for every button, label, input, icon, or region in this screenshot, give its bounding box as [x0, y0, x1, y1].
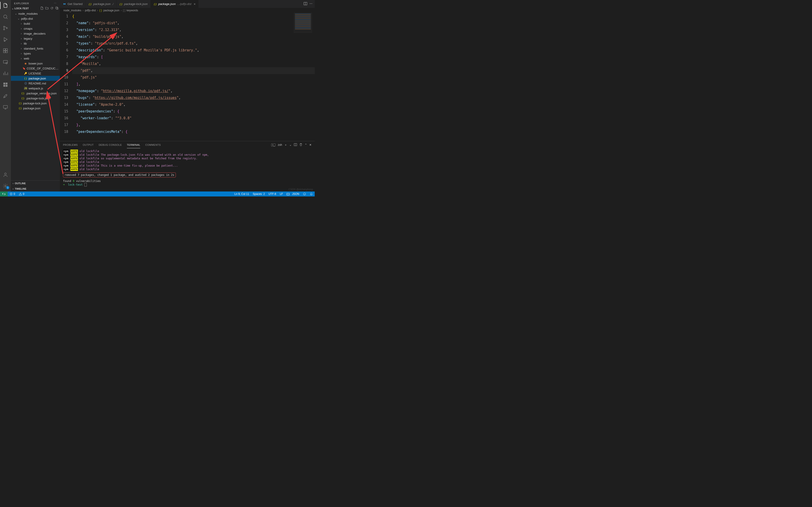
- outline-section[interactable]: ›OUTLINE: [11, 181, 60, 186]
- file-item[interactable]: { }.package_versions.json: [11, 91, 60, 96]
- terminal-shell-icon[interactable]: >_: [271, 144, 275, 147]
- panel-tab-problems[interactable]: PROBLEMS: [63, 142, 78, 148]
- activity-extensions-icon[interactable]: [0, 47, 11, 54]
- status-language[interactable]: { } JSON: [285, 192, 301, 195]
- new-folder-icon[interactable]: [45, 7, 48, 10]
- explorer-sidebar: EXPLORER ⋯ ⌄ LOCK-TEST ⌄node_modules⌄pdf…: [11, 0, 60, 191]
- file-item[interactable]: { }.package-lock.json: [11, 96, 60, 101]
- file-item[interactable]: 🔖CODE_OF_CONDUC…: [11, 66, 60, 71]
- folder-item[interactable]: ›web: [11, 56, 60, 61]
- panel-tab-output[interactable]: OUTPUT: [83, 142, 94, 148]
- tab-close-icon[interactable]: ×: [194, 2, 196, 6]
- bottom-panel: PROBLEMS OUTPUT DEBUG CONSOLE TERMINAL C…: [60, 141, 315, 191]
- editor-tabs: ⧓Get Started{ }package.json ./{ }package…: [60, 0, 315, 8]
- file-item[interactable]: ⓘREADME.md: [11, 81, 60, 86]
- terminal-output[interactable]: npm WARN old lockfilenpm WARN old lockfi…: [60, 149, 315, 191]
- status-bar: 0 0 Ln 9, Col 11 Spaces: 2 UTF-8 LF { } …: [0, 191, 315, 196]
- remote-indicator[interactable]: [0, 191, 8, 196]
- terminal-up-icon[interactable]: ⌃: [305, 143, 307, 147]
- file-item[interactable]: ◉bower.json: [11, 61, 60, 66]
- activity-settings-icon[interactable]: 1: [0, 182, 11, 190]
- project-header[interactable]: ⌄ LOCK-TEST: [11, 6, 60, 11]
- panel-tab-comments[interactable]: COMMENTS: [145, 142, 161, 148]
- minimap[interactable]: [294, 13, 312, 33]
- folder-item[interactable]: ›build: [11, 21, 60, 26]
- folder-item[interactable]: ›image_decoders: [11, 31, 60, 36]
- status-encoding[interactable]: UTF-8: [267, 192, 278, 195]
- status-spaces[interactable]: Spaces: 2: [251, 192, 267, 195]
- terminal-shell-label: zsh: [278, 143, 282, 147]
- chevron-down-icon: ⌄: [12, 7, 14, 10]
- svg-point-0: [4, 15, 7, 18]
- svg-rect-8: [6, 51, 7, 53]
- editor-tab[interactable]: { }package.json …/pdfjs-dist×: [151, 0, 198, 8]
- file-tree[interactable]: ⌄node_modules⌄pdfjs-dist›build›cmaps›ima…: [11, 11, 60, 180]
- terminal-trash-icon[interactable]: [299, 143, 302, 147]
- file-item[interactable]: 🔑LICENSE: [11, 71, 60, 76]
- status-eol[interactable]: LF: [278, 192, 285, 195]
- svg-rect-12: [6, 82, 7, 84]
- status-feedback-icon[interactable]: [301, 192, 308, 195]
- panel-tab-debug[interactable]: DEBUG CONSOLE: [99, 142, 122, 148]
- svg-rect-7: [3, 51, 5, 53]
- activity-tools-icon[interactable]: [0, 92, 11, 100]
- folder-item[interactable]: ⌄node_modules: [11, 11, 60, 16]
- svg-point-1: [4, 26, 5, 27]
- svg-rect-5: [3, 49, 5, 51]
- folder-item[interactable]: ›lib: [11, 41, 60, 46]
- status-lncol[interactable]: Ln 9, Col 11: [233, 192, 251, 195]
- activity-desktop-icon[interactable]: [0, 104, 11, 111]
- status-errors[interactable]: 0: [8, 191, 17, 196]
- timeline-section[interactable]: ›TIMELINE: [11, 186, 60, 191]
- code-editor[interactable]: 123456789101112131415161718 { "name": "p…: [60, 13, 315, 141]
- folder-item[interactable]: ›standard_fonts: [11, 46, 60, 51]
- folder-item[interactable]: ⌄pdfjs-dist: [11, 16, 60, 21]
- svg-rect-6: [6, 49, 7, 51]
- svg-point-2: [4, 29, 5, 30]
- activity-run-icon[interactable]: [0, 36, 11, 43]
- project-name: LOCK-TEST: [14, 7, 29, 10]
- sidebar-more-icon[interactable]: ⋯: [54, 2, 57, 5]
- terminal-chevron-icon[interactable]: ⌄: [289, 143, 292, 147]
- svg-point-22: [303, 193, 306, 195]
- terminal-new-icon[interactable]: ＋: [284, 143, 287, 147]
- svg-rect-9: [3, 60, 7, 63]
- editor-tab[interactable]: ⧓Get Started: [60, 0, 86, 8]
- activity-account-icon[interactable]: [0, 171, 11, 178]
- panel-tab-terminal[interactable]: TERMINAL: [127, 142, 141, 148]
- svg-point-16: [5, 173, 6, 175]
- activity-scm-icon[interactable]: [0, 24, 11, 32]
- svg-rect-11: [3, 82, 5, 84]
- file-item[interactable]: { }package.json: [11, 106, 60, 111]
- collapse-all-icon[interactable]: [55, 7, 58, 10]
- terminal-close-icon[interactable]: ✕: [309, 143, 311, 147]
- file-item[interactable]: JSwebpack.js: [11, 86, 60, 91]
- file-item[interactable]: { }package-lock.json: [11, 101, 60, 106]
- breadcrumb[interactable]: node_modules› pdfjs-dist› { }package.jso…: [60, 8, 315, 13]
- activity-graph-icon[interactable]: [0, 70, 11, 77]
- svg-point-17: [5, 185, 6, 187]
- activity-explorer-icon[interactable]: [0, 2, 11, 9]
- terminal-split-icon[interactable]: [294, 143, 297, 147]
- activity-remote-icon[interactable]: [0, 58, 11, 66]
- editor-tab[interactable]: { }package.json ./: [86, 0, 116, 8]
- svg-rect-13: [3, 85, 5, 87]
- activity-grid-icon[interactable]: [0, 81, 11, 88]
- folder-item[interactable]: ›types: [11, 51, 60, 56]
- tab-more-icon[interactable]: ⋯: [309, 2, 312, 6]
- editor-tab[interactable]: { }package-lock.json: [116, 0, 151, 8]
- split-editor-icon[interactable]: [304, 2, 307, 6]
- new-file-icon[interactable]: [40, 7, 44, 10]
- watermark: CSDN @zichanghong: [289, 188, 313, 190]
- folder-item[interactable]: ›legacy: [11, 36, 60, 41]
- sidebar-title: EXPLORER: [14, 2, 29, 5]
- activity-search-icon[interactable]: [0, 13, 11, 20]
- svg-rect-15: [3, 106, 7, 108]
- status-warnings[interactable]: 0: [17, 191, 26, 196]
- file-item[interactable]: { }package.json: [11, 76, 60, 81]
- svg-rect-14: [6, 85, 7, 87]
- folder-item[interactable]: ›cmaps: [11, 26, 60, 31]
- refresh-icon[interactable]: [50, 7, 53, 10]
- status-bell-icon[interactable]: [308, 192, 315, 195]
- svg-rect-18: [56, 7, 58, 9]
